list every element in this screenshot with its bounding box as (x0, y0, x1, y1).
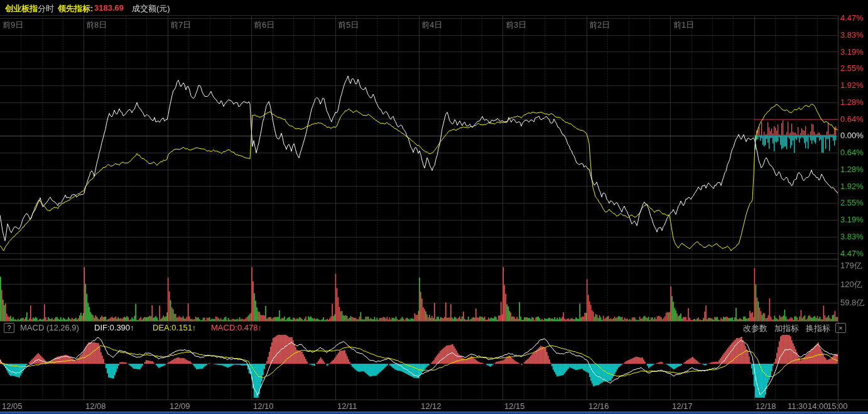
macd-indicator-title: MACD (12,26,9) (20, 323, 79, 332)
add-indicator-button[interactable]: 加指标 (774, 323, 799, 334)
time-label: 14:00 (808, 401, 828, 411)
axis-pct-dn-5: 3.19% (840, 215, 864, 224)
leading-indicator-value: 3183.69 (94, 3, 124, 13)
axis-pct-up-7: 4.47% (840, 13, 864, 23)
axis-pct-up-5: 3.19% (840, 47, 864, 57)
date-label: 12/12 (421, 401, 442, 411)
day-label-8: 前8日 (86, 19, 107, 31)
stock-app-window: { "header": { "symbol": "创业板指", "mode": … (0, 0, 868, 414)
day-label-3: 前3日 (506, 19, 526, 31)
axis-pct-dn-7: 4.47% (840, 249, 864, 258)
close-icon[interactable]: × (835, 323, 846, 333)
axis-vol-mid: 120亿 (840, 280, 862, 289)
axis-pct-up-2: 1.28% (840, 97, 864, 107)
turnover-label: 成交额(元) (132, 3, 170, 14)
date-label: 12/05 (2, 401, 23, 411)
date-label: 12/15 (504, 401, 525, 411)
axis-pct-dn-4: 2.55% (840, 198, 864, 207)
axis-pct-zero: 0.00% (840, 131, 864, 140)
day-label-4: 前4日 (421, 19, 442, 31)
axis-pct-up-6: 3.83% (840, 30, 864, 40)
help-icon[interactable]: ? (4, 323, 14, 333)
chart-mode-label: 分时 (38, 3, 54, 14)
axis-pct-dn-3: 1.92% (840, 182, 864, 191)
day-label-1: 前1日 (673, 19, 694, 31)
time-label: 11:30 (788, 401, 808, 411)
axis-pct-up-4: 2.55% (840, 63, 864, 73)
leading-indicator-label: 领先指标: (58, 3, 93, 14)
axis-pct-up-1: 0.64% (840, 114, 864, 124)
day-label-2: 前2日 (589, 19, 610, 31)
date-label: 12/10 (253, 401, 274, 411)
switch-indicator-button[interactable]: 换指标 (806, 323, 830, 334)
multi-day-intraday-chart-canvas[interactable] (0, 0, 868, 414)
axis-pct-up-3: 1.92% (840, 80, 864, 90)
macd-dea-value: DEA:0.151↑ (153, 323, 196, 332)
day-label-9: 前9日 (3, 19, 23, 31)
axis-vol-high: 179亿 (840, 261, 862, 270)
date-label: 12/09 (170, 401, 190, 411)
symbol-name: 创业板指 (5, 3, 38, 14)
change-params-button[interactable]: 改参数 (743, 323, 768, 334)
macd-dif-value: DIF:0.390↑ (94, 323, 134, 332)
date-label: 12/16 (589, 401, 609, 411)
axis-vol-low: 59.8亿 (840, 298, 864, 307)
axis-pct-dn-1: 0.64% (840, 148, 864, 157)
window-bottom-border (0, 411, 868, 414)
macd-hist-value: MACD:0.478↑ (211, 323, 262, 332)
date-label: 12/11 (337, 401, 357, 411)
axis-pct-dn-6: 3.83% (840, 232, 864, 241)
time-label: 15:00 (827, 401, 848, 411)
date-label: 12/08 (85, 401, 106, 411)
axis-pct-dn-2: 1.28% (840, 165, 864, 174)
day-label-5: 前5日 (338, 19, 359, 31)
day-label-6: 前6日 (254, 19, 274, 31)
day-label-7: 前7日 (170, 19, 191, 31)
date-label: 12/18 (756, 401, 776, 411)
date-label: 12/17 (672, 401, 693, 411)
